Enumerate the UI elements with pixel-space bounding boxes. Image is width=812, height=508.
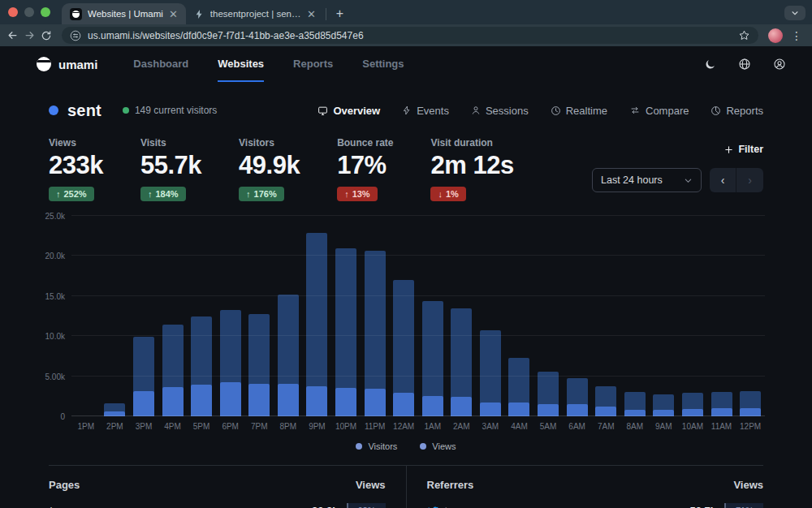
tab-realtime[interactable]: Realtime bbox=[551, 105, 607, 117]
close-window-button[interactable] bbox=[8, 7, 18, 17]
referrers-table: Referrers Views t.co 53.7k 71% bbox=[406, 466, 764, 508]
bar-slot bbox=[563, 216, 592, 416]
bar-group-5pm[interactable] bbox=[191, 216, 212, 416]
bar-group-3am[interactable] bbox=[480, 216, 501, 416]
nav-item-reports[interactable]: Reports bbox=[293, 46, 333, 82]
current-visitors: 149 current visitors bbox=[123, 105, 217, 116]
compare-arrows-icon bbox=[629, 105, 641, 115]
tab-search-button[interactable] bbox=[784, 6, 806, 20]
bar-group-11pm[interactable] bbox=[365, 216, 386, 416]
y-tick-label: 15.0k bbox=[45, 291, 65, 300]
bar-group-1am[interactable] bbox=[422, 216, 443, 416]
nav-item-settings[interactable]: Settings bbox=[362, 46, 404, 82]
refresh-button[interactable] bbox=[41, 30, 52, 41]
tab-reports[interactable]: Reports bbox=[710, 105, 763, 117]
nav-item-websites[interactable]: Websites bbox=[218, 46, 264, 82]
x-tick-label: 4AM bbox=[505, 422, 534, 431]
bar-group-8am[interactable] bbox=[624, 216, 646, 416]
bar-group-10pm[interactable] bbox=[335, 216, 356, 416]
bar-group-7am[interactable] bbox=[595, 216, 616, 416]
new-tab-button[interactable]: + bbox=[328, 6, 352, 24]
close-tab-icon[interactable]: ✕ bbox=[169, 9, 178, 19]
browser-tab-active[interactable]: Websites | Umami ✕ bbox=[62, 3, 186, 24]
x-tick-label: 11PM bbox=[361, 422, 390, 431]
forward-button[interactable] bbox=[24, 29, 36, 41]
date-range-select[interactable]: Last 24 hours bbox=[592, 168, 702, 192]
browser-tab-inactive[interactable]: thesentproject | sentproject ✕ bbox=[186, 3, 324, 24]
visitors-bar bbox=[306, 386, 327, 416]
referrers-views-header: Views bbox=[733, 479, 763, 491]
next-period-button[interactable]: › bbox=[736, 168, 763, 192]
tab-compare[interactable]: Compare bbox=[629, 105, 689, 117]
bar-group-10am[interactable] bbox=[682, 216, 703, 416]
bar-group-12pm[interactable] bbox=[740, 216, 761, 416]
change-badge: ↑252% bbox=[49, 187, 94, 201]
bar-group-7pm[interactable] bbox=[248, 216, 270, 416]
tab-overview[interactable]: Overview bbox=[317, 105, 380, 117]
bar-group-12am[interactable] bbox=[393, 216, 414, 416]
filter-button[interactable]: Filter bbox=[724, 144, 763, 155]
bar-group-6am[interactable] bbox=[567, 216, 588, 416]
language-globe-icon[interactable] bbox=[738, 58, 751, 71]
umami-logo[interactable]: umami bbox=[37, 57, 97, 71]
metric-visits: Visits 55.7k ↑184% bbox=[140, 137, 201, 201]
page-link[interactable]: / bbox=[49, 505, 52, 508]
y-tick-label: 0 bbox=[60, 412, 65, 421]
minimize-window-button[interactable] bbox=[24, 7, 34, 17]
bar-group-3pm[interactable] bbox=[133, 216, 154, 416]
date-pager: ‹ › bbox=[710, 168, 763, 192]
x-tick-label: 8PM bbox=[274, 422, 303, 431]
bar-group-4pm[interactable] bbox=[162, 216, 184, 416]
prev-period-button[interactable]: ‹ bbox=[710, 168, 736, 192]
back-button[interactable] bbox=[6, 29, 19, 41]
visitors-bar bbox=[508, 403, 529, 416]
x-tick-label: 3AM bbox=[476, 422, 505, 431]
bar-group-11am[interactable] bbox=[711, 216, 732, 416]
x-tick-label: 5AM bbox=[533, 422, 563, 431]
legend-item-visitors[interactable]: Visitors bbox=[356, 441, 397, 451]
view-tabs: Overview Events Sessions Realtime Compar… bbox=[317, 105, 763, 117]
profile-icon[interactable] bbox=[773, 58, 786, 71]
nav-item-dashboard[interactable]: Dashboard bbox=[133, 46, 188, 82]
bar-group-1pm[interactable] bbox=[76, 216, 97, 416]
bar-slot bbox=[678, 216, 707, 416]
x-tick-label: 6AM bbox=[563, 422, 592, 431]
pie-chart-icon bbox=[710, 105, 721, 116]
visitors-bar bbox=[393, 393, 414, 416]
bar-group-8pm[interactable] bbox=[278, 216, 299, 416]
x-tick-label: 12PM bbox=[736, 422, 765, 431]
bar-group-9pm[interactable] bbox=[306, 216, 327, 416]
bar-group-4am[interactable] bbox=[508, 216, 529, 416]
visitors-bar bbox=[451, 397, 472, 416]
theme-moon-icon[interactable] bbox=[704, 58, 716, 71]
metric-visitors: Visitors 49.9k ↑176% bbox=[239, 137, 300, 201]
tab-title: Websites | Umami bbox=[88, 9, 163, 19]
address-bar[interactable]: us.umami.is/websites/dfd0c9e7-f7d1-41bb-… bbox=[62, 27, 758, 44]
close-tab-icon[interactable]: ✕ bbox=[307, 9, 316, 19]
visitors-bar bbox=[191, 385, 212, 416]
tab-title: thesentproject | sentproject bbox=[210, 9, 301, 19]
bookmark-star-icon[interactable] bbox=[738, 29, 750, 41]
tab-events[interactable]: Events bbox=[402, 105, 449, 117]
zoom-window-button[interactable] bbox=[41, 7, 50, 17]
referrer-link[interactable]: t.co bbox=[427, 505, 462, 508]
detail-tables: Pages Views / 90.8k 62% Referrers Views bbox=[49, 465, 763, 508]
bar-group-9am[interactable] bbox=[653, 216, 674, 416]
bar-group-5am[interactable] bbox=[538, 216, 559, 416]
bar-group-2am[interactable] bbox=[451, 216, 472, 416]
profile-avatar[interactable] bbox=[768, 28, 783, 43]
table-row: t.co 53.7k 71% bbox=[427, 503, 764, 508]
legend-item-views[interactable]: Views bbox=[420, 441, 456, 451]
tab-sessions[interactable]: Sessions bbox=[471, 105, 529, 117]
bolt-favicon-icon bbox=[194, 9, 205, 19]
site-header: sent 149 current visitors Overview Event… bbox=[0, 97, 812, 124]
x-tick-label: 8AM bbox=[620, 422, 650, 431]
bar-group-2pm[interactable] bbox=[104, 216, 125, 416]
browser-menu-button[interactable]: ⋮ bbox=[788, 29, 806, 42]
bar-slot bbox=[101, 216, 130, 416]
bar-slot bbox=[361, 216, 390, 416]
visitors-bar bbox=[567, 404, 588, 416]
visitors-bar bbox=[335, 388, 356, 416]
gridline bbox=[71, 335, 765, 336]
bar-group-6pm[interactable] bbox=[220, 216, 241, 416]
